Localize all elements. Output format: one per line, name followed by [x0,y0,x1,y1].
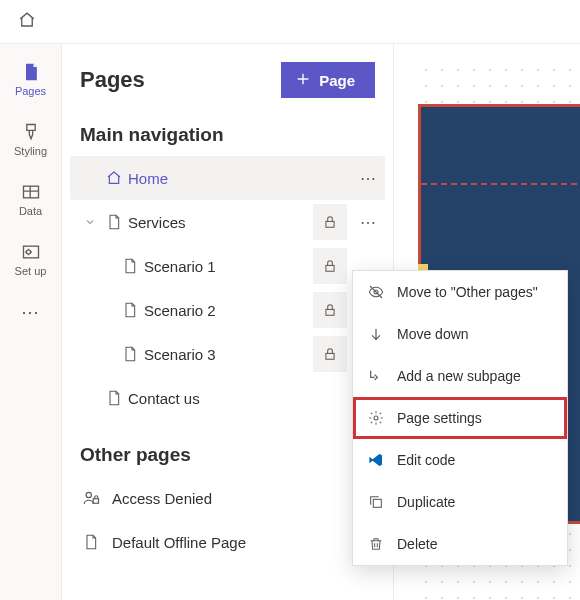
lock-icon[interactable] [313,292,347,328]
page-tree: Home ⋯ Services ⋯ Scen [62,156,393,420]
tree-item-label: Scenario 1 [144,258,313,275]
menu-label: Duplicate [397,494,455,510]
menu-edit-code[interactable]: Edit code [353,439,567,481]
subpage-icon [367,368,385,384]
tree-item-scenario1[interactable]: Scenario 1 ⋯ [70,244,385,288]
page-icon [116,346,144,362]
person-lock-icon [80,489,102,507]
lock-icon[interactable] [313,248,347,284]
page-icon [100,214,128,230]
new-page-label: Page [319,72,355,89]
section-main-nav: Main navigation [62,114,393,156]
tree-item-scenario3[interactable]: Scenario 3 ⋯ [70,332,385,376]
rail-styling[interactable]: Styling [1,112,61,166]
svg-rect-11 [373,499,381,507]
topbar [0,0,580,44]
more-icon[interactable]: ⋯ [351,169,385,188]
menu-add-subpage[interactable]: Add a new subpage [353,355,567,397]
page-icon [80,534,102,550]
menu-move-down[interactable]: Move down [353,313,567,355]
trash-icon [367,536,385,552]
tree-item-label: Scenario 3 [144,346,313,363]
gear-icon [367,410,385,426]
tree-item-label: Contact us [128,390,385,407]
rail-pages-label: Pages [15,85,46,97]
rail-more[interactable]: ⋯ [1,292,61,332]
tree-item-label: Scenario 2 [144,302,313,319]
svg-rect-8 [93,499,98,504]
tree-item-label: Services [128,214,313,231]
other-item-label: Access Denied [112,490,212,507]
svg-rect-6 [326,353,334,359]
menu-move-other[interactable]: Move to "Other pages" [353,271,567,313]
plus-icon [295,71,311,90]
rail-styling-label: Styling [14,145,47,157]
tree-item-services[interactable]: Services ⋯ [70,200,385,244]
pages-panel: Pages Page Main navigation Home ⋯ [62,44,394,600]
svg-rect-3 [326,221,334,227]
chevron-down-icon[interactable] [80,216,100,228]
menu-page-settings[interactable]: Page settings [353,397,567,439]
rail-data-label: Data [19,205,42,217]
menu-duplicate[interactable]: Duplicate [353,481,567,523]
menu-label: Edit code [397,452,455,468]
rail-pages[interactable]: Pages [1,52,61,106]
other-item-access-denied[interactable]: Access Denied [62,476,393,520]
tree-item-label: Home [128,170,351,187]
menu-label: Page settings [397,410,482,426]
more-icon[interactable]: ⋯ [351,213,385,232]
page-icon [100,390,128,406]
panel-title: Pages [80,67,145,93]
canvas-header [421,107,580,185]
tree-item-home[interactable]: Home ⋯ [70,156,385,200]
duplicate-icon [367,494,385,510]
page-icon [116,258,144,274]
arrow-down-icon [367,326,385,342]
menu-label: Delete [397,536,437,552]
eye-off-icon [367,284,385,300]
rail-data[interactable]: Data [1,172,61,226]
new-page-button[interactable]: Page [281,62,375,98]
svg-point-10 [374,416,378,420]
home-icon [100,170,128,186]
menu-label: Move down [397,326,469,342]
svg-point-2 [26,249,30,253]
rail-setup-label: Set up [15,265,47,277]
other-item-offline[interactable]: Default Offline Page [62,520,393,564]
lock-icon[interactable] [313,204,347,240]
svg-rect-5 [326,309,334,315]
home-icon[interactable] [18,11,36,32]
menu-delete[interactable]: Delete [353,523,567,565]
tree-item-contact[interactable]: Contact us [70,376,385,420]
page-icon [116,302,144,318]
svg-rect-4 [326,265,334,271]
nav-rail: Pages Styling Data Set up ⋯ [0,44,62,600]
section-other-pages: Other pages [62,434,393,476]
context-menu: Move to "Other pages" Move down Add a ne… [352,270,568,566]
svg-rect-0 [23,186,38,198]
menu-label: Move to "Other pages" [397,284,538,300]
svg-point-7 [86,492,91,497]
vscode-icon [367,452,385,468]
lock-icon[interactable] [313,336,347,372]
menu-label: Add a new subpage [397,368,521,384]
tree-item-scenario2[interactable]: Scenario 2 ⋯ [70,288,385,332]
other-item-label: Default Offline Page [112,534,246,551]
rail-setup[interactable]: Set up [1,232,61,286]
